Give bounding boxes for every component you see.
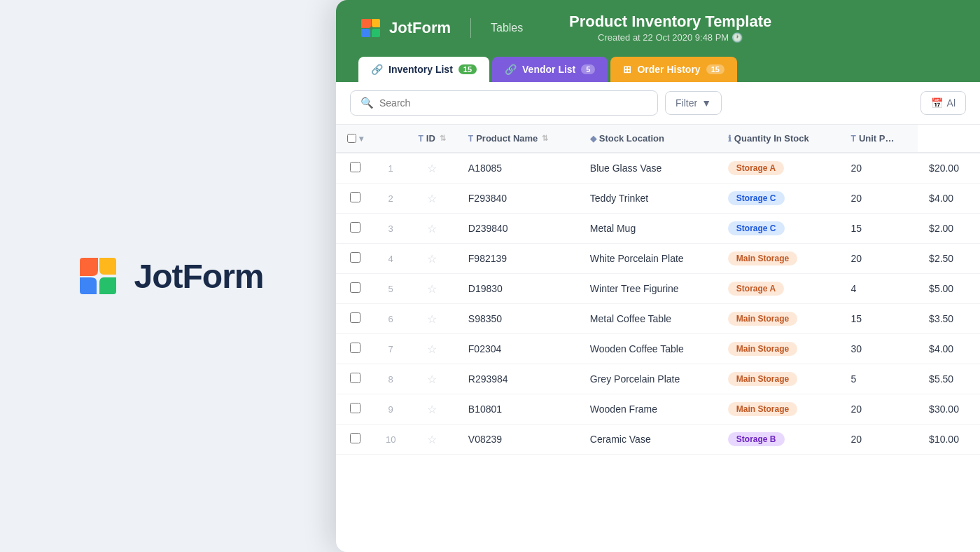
row-checkbox-cell[interactable] bbox=[336, 364, 374, 394]
star-icon[interactable]: ☆ bbox=[427, 313, 437, 325]
location-badge: Main Storage bbox=[728, 251, 797, 265]
tabs-bar: 🔗 Inventory List 15 🔗 Vendor List 5 ⊞ Or… bbox=[358, 54, 958, 82]
table-row: 7 ☆ F02304 Wooden Coffee Table Main Stor… bbox=[336, 334, 980, 364]
row-number: 6 bbox=[374, 304, 407, 334]
filter-label: Filter bbox=[676, 97, 697, 109]
product-name-cell: Winter Tree Figurine bbox=[579, 274, 717, 304]
row-checkbox-cell[interactable] bbox=[336, 214, 374, 244]
stock-location-cell: Main Storage bbox=[717, 364, 840, 394]
row-number: 8 bbox=[374, 364, 407, 394]
row-number: 10 bbox=[374, 425, 407, 455]
row-checkbox[interactable] bbox=[350, 433, 360, 443]
unit-price-cell: $4.00 bbox=[918, 334, 980, 364]
star-icon[interactable]: ☆ bbox=[427, 403, 437, 415]
tab-inventory[interactable]: 🔗 Inventory List 15 bbox=[358, 57, 489, 82]
row-checkbox-cell[interactable] bbox=[336, 274, 374, 304]
logo-container: JotForm bbox=[73, 251, 264, 301]
chevron-down-icon: ▾ bbox=[359, 134, 363, 144]
location-badge: Storage A bbox=[728, 282, 784, 296]
row-checkbox-cell[interactable] bbox=[336, 304, 374, 334]
table-row: 9 ☆ B10801 Wooden Frame Main Storage 20 … bbox=[336, 394, 980, 425]
id-cell: S98350 bbox=[457, 304, 579, 334]
location-col-type-icon: ◆ bbox=[590, 134, 596, 144]
row-checkbox[interactable] bbox=[350, 282, 360, 293]
table-row: 4 ☆ F982139 White Porcelain Plate Main S… bbox=[336, 244, 980, 274]
row-number: 1 bbox=[374, 153, 407, 184]
row-checkbox-cell[interactable] bbox=[336, 184, 374, 214]
quantity-cell: 20 bbox=[840, 153, 918, 184]
row-number: 9 bbox=[374, 394, 407, 425]
quantity-cell: 20 bbox=[840, 244, 918, 274]
filter-button[interactable]: Filter ▼ bbox=[665, 91, 722, 115]
toolbar: 🔍 Filter ▼ 📅 Al bbox=[336, 82, 980, 125]
location-badge: Main Storage bbox=[728, 372, 797, 386]
quantity-cell: 15 bbox=[840, 214, 918, 244]
row-checkbox[interactable] bbox=[350, 192, 360, 202]
qty-col-label: Quantity In Stock bbox=[734, 133, 809, 144]
row-checkbox-cell[interactable] bbox=[336, 334, 374, 364]
star-icon[interactable]: ☆ bbox=[427, 253, 437, 265]
row-checkbox-cell[interactable] bbox=[336, 153, 374, 184]
unit-price-cell: $4.00 bbox=[918, 184, 980, 214]
quantity-cell: 30 bbox=[840, 334, 918, 364]
location-badge: Storage A bbox=[728, 161, 784, 175]
unit-price-cell: $5.50 bbox=[918, 364, 980, 394]
vendor-tab-badge: 5 bbox=[581, 64, 595, 74]
id-col-sort-icon[interactable]: ⇅ bbox=[440, 134, 446, 143]
table-row: 1 ☆ A18085 Blue Glass Vase Storage A 20 … bbox=[336, 153, 980, 184]
select-all-checkbox[interactable] bbox=[347, 134, 356, 143]
row-checkbox[interactable] bbox=[350, 312, 360, 323]
table-row: 6 ☆ S98350 Metal Coffee Table Main Stora… bbox=[336, 304, 980, 334]
logo-text: JotForm bbox=[134, 257, 264, 296]
star-cell: ☆ bbox=[407, 394, 456, 425]
product-name-cell: Grey Porcelain Plate bbox=[579, 364, 717, 394]
row-checkbox[interactable] bbox=[350, 343, 360, 353]
product-name-cell: White Porcelain Plate bbox=[579, 244, 717, 274]
quantity-cell: 15 bbox=[840, 304, 918, 334]
id-cell: F02304 bbox=[457, 334, 579, 364]
unit-price-cell: $2.00 bbox=[918, 214, 980, 244]
row-checkbox[interactable] bbox=[350, 162, 360, 172]
product-col-sort-icon[interactable]: ⇅ bbox=[542, 134, 548, 143]
stock-location-cell: Main Storage bbox=[717, 244, 840, 274]
row-checkbox[interactable] bbox=[350, 403, 360, 413]
all-label: Al bbox=[947, 97, 955, 109]
row-number: 2 bbox=[374, 184, 407, 214]
location-col-label: Stock Location bbox=[599, 133, 664, 144]
rownum-header bbox=[374, 125, 407, 153]
search-box[interactable]: 🔍 bbox=[350, 90, 658, 116]
id-cell: F293840 bbox=[457, 184, 579, 214]
row-checkbox[interactable] bbox=[350, 252, 360, 263]
row-checkbox-cell[interactable] bbox=[336, 244, 374, 274]
quantity-cell: 20 bbox=[840, 394, 918, 425]
search-input[interactable] bbox=[379, 97, 648, 109]
star-icon[interactable]: ☆ bbox=[427, 223, 437, 235]
star-icon[interactable]: ☆ bbox=[427, 343, 437, 355]
row-checkbox[interactable] bbox=[350, 222, 360, 233]
star-icon[interactable]: ☆ bbox=[427, 373, 437, 385]
quantity-cell: 20 bbox=[840, 425, 918, 455]
row-checkbox[interactable] bbox=[350, 373, 360, 383]
unit-price-cell: $20.00 bbox=[918, 153, 980, 184]
template-subtitle: Created at 22 Oct 2020 9:48 PM 🕐 bbox=[569, 32, 771, 43]
tab-order[interactable]: ⊞ Order History 15 bbox=[610, 57, 737, 82]
inventory-tab-icon: 🔗 bbox=[371, 64, 383, 75]
product-name-cell: Teddy Trinket bbox=[579, 184, 717, 214]
star-icon[interactable]: ☆ bbox=[427, 434, 437, 446]
row-checkbox-cell[interactable] bbox=[336, 425, 374, 455]
tab-vendor[interactable]: 🔗 Vendor List 5 bbox=[492, 57, 608, 82]
star-icon[interactable]: ☆ bbox=[427, 193, 437, 205]
row-checkbox-cell[interactable] bbox=[336, 394, 374, 425]
star-cell: ☆ bbox=[407, 153, 456, 184]
star-icon[interactable]: ☆ bbox=[427, 283, 437, 295]
product-name-cell: Ceramic Vase bbox=[579, 425, 717, 455]
stock-location-cell: Storage C bbox=[717, 214, 840, 244]
jotform-icon bbox=[73, 251, 123, 301]
all-button[interactable]: 📅 Al bbox=[920, 91, 966, 115]
product-name-cell: Metal Coffee Table bbox=[579, 304, 717, 334]
unit-price-cell: $2.50 bbox=[918, 244, 980, 274]
stock-location-cell: Main Storage bbox=[717, 334, 840, 364]
unit-price-cell: $3.50 bbox=[918, 304, 980, 334]
product-col-type-icon: T bbox=[468, 134, 473, 144]
star-icon[interactable]: ☆ bbox=[427, 163, 437, 174]
